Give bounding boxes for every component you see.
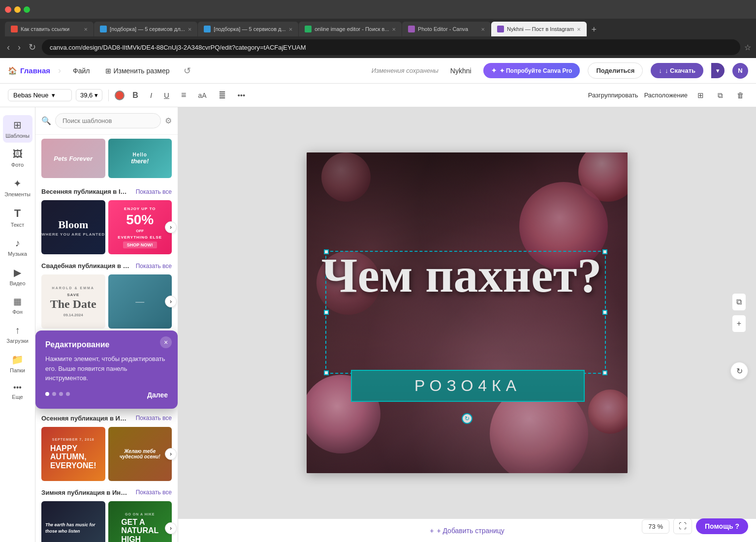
add-element-button[interactable]: + (732, 315, 746, 332)
tab-5[interactable]: Photo Editor - Canva × (402, 22, 491, 36)
show-all-wedding[interactable]: Показать все (136, 263, 172, 270)
file-menu[interactable]: Файл (69, 65, 94, 77)
tab-close[interactable]: × (188, 26, 192, 33)
wedding-section: Свадебная публикация в Инс... Показать в… (35, 256, 178, 331)
tab-6-active[interactable]: Nykhni — Пост в Instagram × (491, 22, 587, 36)
case-button[interactable]: aA (194, 90, 210, 101)
winter1-template[interactable]: The earth has music for those who listen (41, 501, 105, 542)
maximize-traffic-light[interactable] (24, 6, 30, 13)
forward-button[interactable]: › (16, 40, 23, 55)
share-button[interactable]: Поделиться (588, 62, 643, 79)
close-icon: × (164, 338, 168, 346)
font-name: Bebas Neue (13, 91, 49, 99)
tab-close[interactable]: × (84, 26, 88, 33)
winter2-template[interactable]: GO ON A HIKE GET ANATURALHIGH (108, 501, 172, 542)
more-label: Еще (12, 394, 23, 400)
tab-1[interactable]: Как ставить ссылки × (5, 22, 94, 36)
font-selector[interactable]: Bebas Neue ▾ (8, 89, 72, 101)
tooltip-next-button[interactable]: Далее (147, 391, 168, 399)
tab-close[interactable]: × (577, 26, 581, 33)
back-button[interactable]: ‹ (5, 40, 12, 55)
search-input[interactable] (55, 113, 161, 128)
save-date-template[interactable]: HAROLD & EMMA SAVE The Date 09.14.2024 (41, 274, 105, 329)
filter-icon[interactable]: ⚙ (165, 116, 172, 125)
duplicate-button[interactable]: ⧉ (714, 89, 727, 102)
show-all-autumn[interactable]: Показать все (136, 415, 172, 422)
tab-favicon (497, 26, 504, 32)
bold-button[interactable]: B (128, 89, 142, 102)
tab-2[interactable]: [подборка] — 5 сервисов дл... × (94, 22, 197, 36)
tab-3[interactable]: [подборка] — 5 сервисов д... × (198, 22, 298, 36)
autumn-arrow[interactable]: › (165, 448, 177, 460)
close-traffic-light[interactable] (5, 6, 11, 13)
browser-chrome: Как ставить ссылки × [подборка] — 5 серв… (0, 0, 756, 58)
sidebar-item-music[interactable]: ♪ Музыка (3, 234, 32, 261)
tab-close[interactable]: × (481, 26, 485, 33)
preview-thumb-1[interactable]: Pets Forever (41, 139, 105, 178)
text-label: Текст (11, 222, 25, 228)
fullscreen-button[interactable]: ⛶ (673, 518, 692, 534)
tooltip-dots (45, 392, 70, 396)
show-all-winter[interactable]: Показать все (136, 489, 172, 496)
preview-thumb-2[interactable]: Hello there! (108, 139, 172, 178)
tab-close[interactable]: × (289, 26, 293, 33)
url-input[interactable] (42, 39, 740, 55)
position-button[interactable]: Расположение (644, 91, 688, 99)
main-content: ⊞ Шаблоны 🖼 Фото ✦ Элементы T Текст ♪ Му… (0, 107, 756, 542)
tooltip-close-button[interactable]: × (160, 336, 172, 348)
sidebar-item-photo[interactable]: 🖼 Фото (3, 145, 32, 172)
wedding-section-title: Свадебная публикация в Инс... (41, 262, 130, 270)
text-color-button[interactable] (115, 90, 125, 100)
wedding-arrow[interactable]: › (165, 296, 177, 307)
ungroup-button[interactable]: Разгруппировать (588, 91, 638, 99)
more-options-button[interactable]: ••• (234, 89, 250, 101)
new-tab-button[interactable]: + (587, 23, 601, 36)
sidebar-item-templates[interactable]: ⊞ Шаблоны (3, 115, 32, 143)
sidebar-item-elements[interactable]: ✦ Элементы (3, 174, 32, 201)
home-nav[interactable]: 🏠 Главная (8, 66, 50, 75)
help-button[interactable]: Помощь ? (696, 518, 748, 534)
sidebar-item-uploads[interactable]: ↑ Загрузки (3, 321, 32, 348)
spacing-button[interactable]: ≣ (215, 88, 230, 103)
sidebar-item-more[interactable]: ••• Еще (3, 379, 32, 404)
italic-button[interactable]: I (146, 89, 156, 101)
font-size-selector[interactable]: 39,6 ▾ (76, 89, 102, 101)
sidebar-item-text[interactable]: T Текст (3, 203, 32, 232)
canvas[interactable]: Чем пахнет? РОЗО4КА ↻ (307, 152, 628, 473)
video-label: Видео (9, 280, 25, 286)
wedding2-template[interactable]: — (108, 274, 172, 329)
templates-label: Шаблоны (5, 133, 30, 139)
50off-template[interactable]: ENJOY UP TO 50% OFF EVERYTHING ELSE SHOP… (108, 200, 172, 254)
tab-close[interactable]: × (392, 26, 396, 33)
grid-view-button[interactable]: ⊞ (693, 89, 708, 102)
show-all-spring[interactable]: Показать все (136, 188, 172, 195)
autumn1-template[interactable]: SEPTEMBER 7, 2018 HAPPYAUTUMN,EVERYONE! (41, 427, 105, 481)
sidebar-item-background[interactable]: ▦ Фон (3, 292, 32, 319)
refresh-side-icon[interactable]: ↻ (730, 362, 748, 380)
bookmark-icon[interactable]: ☆ (744, 43, 751, 52)
sidebar-item-video[interactable]: ▶ Видео (3, 263, 32, 290)
user-avatar[interactable]: N (732, 63, 748, 79)
underline-button[interactable]: U (160, 89, 173, 101)
refresh-button[interactable]: ↻ (27, 40, 38, 55)
align-button[interactable]: ≡ (177, 88, 190, 102)
canvas-sub-text[interactable]: РОЗО4КА (351, 370, 585, 402)
tab-favicon (305, 26, 312, 32)
undo-button[interactable]: ↺ (182, 63, 193, 78)
winter-arrow[interactable]: › (165, 522, 177, 534)
try-pro-button[interactable]: ✦ ✦ Попробуйте Canva Pro (483, 63, 580, 78)
minimize-traffic-light[interactable] (14, 6, 21, 13)
download-button[interactable]: ↓ ↓ Скачать (651, 63, 703, 78)
rotate-handle[interactable]: ↻ (462, 413, 472, 424)
resize-menu[interactable]: ⊞ Изменить размер (101, 65, 173, 77)
bloom-template[interactable]: Bloom WHERE YOU ARE PLANTED (41, 200, 105, 254)
copy-button[interactable]: ⧉ (732, 293, 746, 311)
tab-4[interactable]: online image editor - Поиск в... × (299, 22, 402, 36)
add-page-button[interactable]: + + Добавить страницу (430, 527, 504, 535)
sidebar-item-folders[interactable]: 📁 Папки (3, 350, 32, 377)
download-dropdown-button[interactable]: ▾ (711, 63, 724, 78)
canvas-main-text[interactable]: Чем пахнет? (321, 251, 607, 300)
spring-arrow[interactable]: › (165, 221, 177, 233)
autumn2-template[interactable]: Желаю тебе чудесной осени! (108, 427, 172, 481)
delete-button[interactable]: 🗑 (733, 89, 748, 101)
